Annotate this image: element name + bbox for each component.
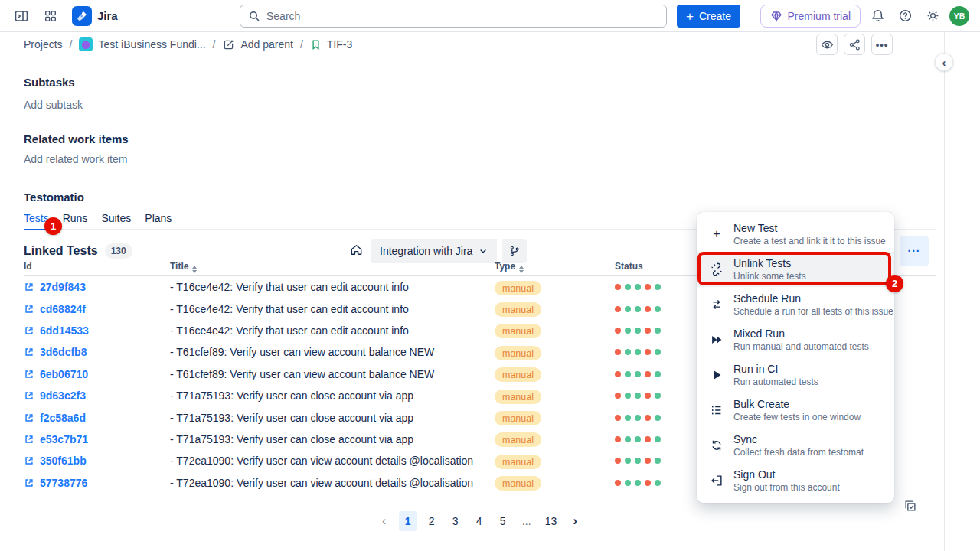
test-title: - T71a75193: Verify user can close accou…	[170, 433, 495, 445]
breadcrumb-add-parent[interactable]: Add parent	[222, 38, 293, 51]
breadcrumb-separator: /	[70, 38, 73, 51]
multi-select-icon[interactable]	[903, 499, 917, 513]
menu-item-subtitle: Collect fresh data from testomat	[733, 447, 864, 458]
collapse-panel-button[interactable]: ‹	[935, 53, 953, 71]
search-input[interactable]	[266, 10, 658, 22]
menu-item-title: Sync	[733, 433, 864, 446]
plus-icon: +	[707, 228, 726, 240]
external-link-icon	[24, 434, 34, 445]
breadcrumb-project[interactable]: Test iBusiness Fundi...	[79, 37, 205, 51]
breadcrumb-projects[interactable]: Projects	[24, 38, 63, 51]
status-dot-red	[645, 349, 651, 355]
pagination-page-3[interactable]: 3	[446, 511, 465, 531]
column-title[interactable]: Title	[170, 261, 495, 273]
test-id-link[interactable]: cd68824f	[40, 303, 86, 315]
status-dot-green	[625, 436, 631, 442]
test-id-link[interactable]: 6dd14533	[40, 324, 89, 337]
test-id-link[interactable]: 350f61bb	[40, 455, 87, 467]
pagination-page-1[interactable]: 1	[399, 511, 417, 531]
pagination-page-13[interactable]: 13	[541, 511, 561, 531]
premium-trial-button[interactable]: Premium trial	[760, 5, 861, 28]
status-dot-green	[625, 284, 631, 290]
status-dot-red	[615, 349, 621, 355]
menu-item-sign-out[interactable]: Sign Out Sign out from this account	[697, 463, 894, 498]
app-switcher-icon[interactable]	[40, 5, 61, 27]
test-id-link[interactable]: 3d6dcfb8	[40, 346, 87, 358]
menu-item-bulk-create[interactable]: Bulk Create Create few tests in one wind…	[697, 393, 894, 428]
sidebar-toggle-icon[interactable]	[11, 5, 32, 27]
status-dot-green	[655, 415, 661, 421]
test-id-link[interactable]: e53c7b71	[40, 433, 88, 445]
add-related-item-link[interactable]: Add related work item	[24, 153, 127, 165]
add-subtask-link[interactable]: Add subtask	[24, 99, 83, 111]
status-dot-green	[625, 393, 631, 399]
global-search[interactable]	[240, 5, 667, 28]
status-dot-green	[655, 349, 661, 355]
menu-item-mixed-run[interactable]: Mixed Run Run manual and automated tests	[697, 322, 894, 357]
test-id-link[interactable]: 6eb06710	[40, 368, 88, 380]
menu-item-title: Mixed Run	[733, 328, 869, 341]
create-button[interactable]: + Create	[677, 5, 740, 28]
column-type[interactable]: Type	[495, 261, 615, 273]
menu-item-subtitle: Schedule a run for all tests of this iss…	[733, 306, 882, 318]
jira-logo[interactable]: Jira	[72, 6, 118, 26]
notifications-bell-icon[interactable]	[867, 5, 888, 27]
tab-suites[interactable]: Suites	[101, 212, 131, 224]
menu-item-subtitle: Run manual and automated tests	[733, 341, 869, 353]
menu-item-schedule-run[interactable]: Schedule Run Schedule a run for all test…	[697, 287, 894, 322]
project-dropdown[interactable]: Integration with Jira	[371, 239, 497, 263]
test-id-link[interactable]: 27d9f843	[40, 281, 86, 293]
test-type-badge: manual	[495, 455, 541, 469]
watch-eye-icon[interactable]	[816, 34, 838, 55]
column-id[interactable]: Id	[24, 261, 170, 273]
menu-item-title: Sign Out	[733, 468, 840, 481]
branch-icon[interactable]	[501, 239, 527, 263]
menu-item-unlink-tests[interactable]: Unlink Tests Unlink some tests	[697, 252, 894, 287]
status-dot-green	[635, 393, 641, 399]
tab-runs[interactable]: Runs	[63, 212, 88, 224]
pagination-page-4[interactable]: 4	[470, 511, 488, 531]
test-id-link[interactable]: f2c58a6d	[40, 412, 86, 424]
panel-divider	[944, 32, 945, 551]
user-avatar[interactable]: YB	[949, 6, 969, 26]
tab-plans[interactable]: Plans	[145, 212, 172, 224]
breadcrumb-issue[interactable]: TIF-3	[310, 38, 352, 51]
external-link-icon	[24, 282, 34, 292]
status-dot-red	[615, 480, 621, 486]
pagination: ‹12345...13›	[24, 511, 936, 531]
test-id-link[interactable]: 9d63c2f3	[40, 390, 86, 402]
mixed-run-icon	[707, 333, 726, 347]
sync-icon	[707, 439, 726, 452]
pagination-page-5[interactable]: 5	[494, 511, 512, 531]
test-type-badge: manual	[495, 476, 541, 491]
test-id-link[interactable]: 57738776	[40, 477, 87, 489]
settings-gear-icon[interactable]	[922, 5, 943, 27]
menu-item-title: Bulk Create	[733, 398, 861, 411]
status-dot-red	[615, 306, 621, 312]
status-dot-red	[645, 393, 651, 399]
sign-out-icon	[707, 474, 726, 487]
plus-icon: +	[686, 10, 694, 23]
status-dot-red	[615, 393, 621, 399]
unlink-icon	[707, 262, 726, 276]
share-icon[interactable]	[844, 34, 865, 55]
more-actions-icon[interactable]: •••	[871, 34, 893, 55]
test-title: - T16ce4e42: Verify that user can edit a…	[170, 303, 495, 315]
menu-item-sync[interactable]: Sync Collect fresh data from testomat	[697, 428, 894, 463]
test-type-badge: manual	[495, 324, 541, 338]
home-icon[interactable]	[349, 243, 364, 257]
status-dot-red	[615, 284, 621, 290]
status-dot-green	[625, 306, 631, 312]
external-link-icon	[24, 455, 34, 466]
pagination-page-2[interactable]: 2	[423, 511, 441, 531]
chevron-down-icon	[479, 246, 488, 256]
help-icon[interactable]	[894, 5, 916, 27]
menu-item-new-test[interactable]: + New Test Create a test and link it it …	[697, 217, 894, 252]
testomatio-heading: Testomatio	[24, 191, 84, 204]
status-dot-red	[615, 458, 621, 464]
status-dot-green	[635, 458, 641, 464]
test-title: - T72ea1090: Verify user can view accoun…	[170, 477, 495, 489]
status-dot-red	[615, 371, 621, 377]
menu-item-run-in-ci[interactable]: Run in CI Run automated tests	[697, 357, 894, 393]
pagination-next[interactable]: ›	[566, 511, 584, 531]
